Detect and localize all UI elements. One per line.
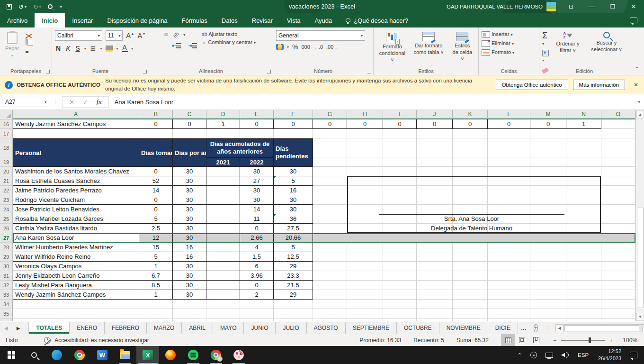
row-header-24[interactable]: 24 xyxy=(0,205,13,214)
cell-L34[interactable] xyxy=(488,300,530,309)
cell-M32[interactable] xyxy=(530,281,566,290)
cell-F28[interactable]: 5 xyxy=(274,243,313,252)
cell-H27[interactable] xyxy=(347,233,383,243)
cell-K17[interactable] xyxy=(453,129,488,138)
cell-F33[interactable]: 29 xyxy=(274,290,313,300)
table-header-dias-tomados[interactable]: Días tomados xyxy=(139,138,173,167)
sheet-tab-septiembre[interactable]: SEPTIEMBRE xyxy=(346,322,397,334)
cell-A35[interactable] xyxy=(13,309,139,318)
sheet-tab-marzo[interactable]: MARZO xyxy=(147,322,182,334)
comma-style-button[interactable]: 000 xyxy=(301,44,310,50)
cell-O34[interactable] xyxy=(601,300,635,309)
cell-E26[interactable]: 0 xyxy=(240,224,274,233)
close-button[interactable]: ✕ xyxy=(623,0,644,13)
table-header-2021[interactable]: 2021 xyxy=(206,157,240,167)
cell-C35[interactable] xyxy=(173,309,206,318)
cell-M33[interactable] xyxy=(530,290,566,300)
cell-B24[interactable]: 0 xyxy=(139,205,173,214)
cell-J33[interactable] xyxy=(417,290,453,300)
cell-N27[interactable] xyxy=(566,233,601,243)
print-preview-button[interactable] xyxy=(48,4,53,9)
row-header-32[interactable]: 32 xyxy=(0,281,13,290)
cell-D17[interactable] xyxy=(206,129,240,138)
row-header-23[interactable]: 23 xyxy=(0,195,13,205)
cell-N32[interactable] xyxy=(566,281,601,290)
cell-D24[interactable] xyxy=(206,205,240,214)
cell-N28[interactable] xyxy=(566,243,601,252)
cut-button[interactable] xyxy=(24,32,28,34)
cell-L30[interactable] xyxy=(488,262,530,271)
cell-M20[interactable] xyxy=(530,167,566,176)
align-bottom-button[interactable] xyxy=(164,33,168,36)
redo-button[interactable]: ↻▾ xyxy=(33,4,41,10)
cell-C20[interactable]: 30 xyxy=(173,167,206,176)
cell-J21[interactable] xyxy=(417,176,453,186)
cell-C23[interactable]: 30 xyxy=(173,195,206,205)
cell-A30[interactable]: Veronica Olaya Campos xyxy=(13,262,139,271)
cell-O32[interactable] xyxy=(601,281,635,290)
customize-qat-button[interactable]: ▼̄ xyxy=(59,5,63,9)
cell-N34[interactable] xyxy=(566,300,601,309)
cell-N22[interactable] xyxy=(566,186,601,195)
cell-O33[interactable] xyxy=(601,290,635,300)
cell-C26[interactable]: 30 xyxy=(173,224,206,233)
percent-style-button[interactable]: % xyxy=(292,43,298,51)
cell-F31[interactable]: 23.3 xyxy=(274,271,313,281)
cell-F25[interactable]: 36 xyxy=(274,214,313,224)
taskbar-excel-button[interactable]: X xyxy=(136,346,159,364)
cell-A17[interactable] xyxy=(13,129,139,138)
cell-D27[interactable] xyxy=(206,233,240,243)
cell-O35[interactable] xyxy=(601,309,635,318)
cell-A23[interactable]: Rodrigo Vicente Cuicham xyxy=(13,195,139,205)
insert-function-icon[interactable]: fx xyxy=(97,98,102,106)
page-layout-view-button[interactable] xyxy=(515,334,529,346)
cell-D29[interactable] xyxy=(206,252,240,262)
cell-B31[interactable]: 6.7 xyxy=(139,271,173,281)
cell-O24[interactable] xyxy=(601,205,635,214)
cell-J24[interactable] xyxy=(417,205,453,214)
cell-B34[interactable] xyxy=(139,300,173,309)
cell-C25[interactable]: 30 xyxy=(173,214,206,224)
cell-C33[interactable]: 30 xyxy=(173,290,206,300)
row-header-34[interactable]: 34 xyxy=(0,300,13,309)
cell-M17[interactable] xyxy=(530,129,566,138)
cell-D16[interactable]: 1 xyxy=(206,119,240,129)
confirm-entry-icon[interactable]: ✓ xyxy=(83,99,88,106)
taskbar-edge-button[interactable] xyxy=(45,346,68,364)
cell-I32[interactable] xyxy=(383,281,417,290)
cell-F34[interactable] xyxy=(274,300,313,309)
sheet-tab-agosto[interactable]: AGOSTO xyxy=(307,322,346,334)
cell-A25[interactable]: Rosalba Maribel Lozada Garces xyxy=(13,214,139,224)
cell-B21[interactable]: 52 xyxy=(139,176,173,186)
cell-D28[interactable] xyxy=(206,243,240,252)
cell-O31[interactable] xyxy=(601,271,635,281)
cell-L21[interactable] xyxy=(488,176,530,186)
column-header-B[interactable]: B xyxy=(139,110,173,119)
cell-H28[interactable] xyxy=(347,243,383,252)
cell-C27[interactable]: 30 xyxy=(173,233,206,243)
cell-E31[interactable]: 3.96 xyxy=(240,271,274,281)
cell-K27[interactable] xyxy=(453,233,488,243)
sheet-tab-julio[interactable]: JULIO xyxy=(276,322,306,334)
column-header-O[interactable]: O xyxy=(601,110,635,119)
row-header-20[interactable]: 20 xyxy=(0,167,13,176)
cell-O23[interactable] xyxy=(601,195,635,205)
cell-N35[interactable] xyxy=(566,309,601,318)
cell-G29[interactable] xyxy=(313,252,347,262)
column-header-F[interactable]: F xyxy=(274,110,313,119)
cell-C34[interactable] xyxy=(173,300,206,309)
row-header-35[interactable]: 35 xyxy=(0,309,13,318)
cell-I29[interactable] xyxy=(383,252,417,262)
align-middle-button[interactable] xyxy=(158,34,161,36)
cell-G23[interactable] xyxy=(313,195,347,205)
hscroll-right-icon[interactable]: ▶ xyxy=(642,324,644,332)
cell-A33[interactable]: Wendy Jazmin Sánchez Campos xyxy=(13,290,139,300)
cell-L17[interactable] xyxy=(488,129,530,138)
cell-I24[interactable] xyxy=(383,205,417,214)
cell-K31[interactable] xyxy=(453,271,488,281)
menu-tab-fórmulas[interactable]: Fórmulas xyxy=(175,13,215,27)
horizontal-scroll-thumb[interactable] xyxy=(564,325,639,331)
menu-tab-inicio[interactable]: Inicio xyxy=(35,13,65,27)
column-header-K[interactable]: K xyxy=(453,110,488,119)
tray-status-icon[interactable] xyxy=(530,352,537,358)
